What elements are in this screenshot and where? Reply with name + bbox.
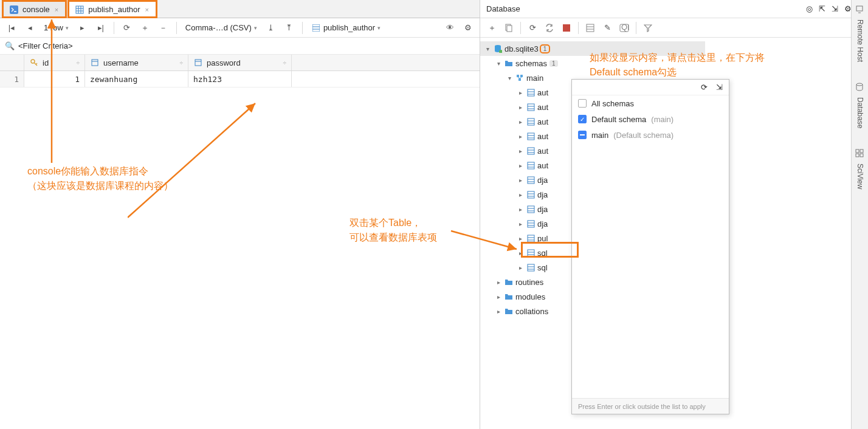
- folder-icon: [503, 293, 514, 300]
- view-icon[interactable]: 👁: [442, 20, 458, 36]
- svg-rect-6: [312, 24, 320, 32]
- target-icon[interactable]: ◎: [806, 4, 813, 13]
- chevron-down-icon[interactable]: ▾: [483, 46, 492, 52]
- collapse-icon[interactable]: ⇱: [819, 4, 825, 13]
- svg-rect-18: [563, 24, 570, 32]
- add-row-icon[interactable]: ＋: [137, 20, 153, 36]
- chevron-right-icon[interactable]: ▸: [515, 235, 525, 242]
- col-header-password[interactable]: password÷: [188, 55, 292, 70]
- col-header-id[interactable]: id÷: [24, 55, 85, 70]
- checkbox-mixed-icon[interactable]: [578, 131, 587, 139]
- svg-rect-0: [10, 5, 18, 14]
- edit-icon[interactable]: ✎: [599, 20, 615, 36]
- svg-rect-14: [195, 60, 201, 66]
- cell-password[interactable]: hzh123: [188, 71, 292, 87]
- sidebar-tab-remote-host[interactable]: Remote Host: [856, 17, 864, 64]
- svg-rect-52: [528, 191, 534, 198]
- svg-rect-58: [528, 221, 534, 227]
- svg-rect-40: [528, 133, 534, 140]
- filter-icon[interactable]: [640, 20, 656, 36]
- checkbox-checked-icon[interactable]: ✓: [578, 115, 587, 123]
- svg-rect-27: [520, 75, 523, 77]
- chevron-right-icon[interactable]: ▸: [494, 293, 503, 300]
- chevron-right-icon[interactable]: ▸: [515, 89, 525, 96]
- ddl-icon[interactable]: QL: [616, 20, 632, 36]
- checkbox-unchecked-icon[interactable]: [578, 99, 587, 108]
- refresh-icon[interactable]: ⟳: [701, 83, 708, 92]
- schema-option-default[interactable]: ✓ Default schema (main): [572, 111, 729, 127]
- table-icon: [525, 191, 536, 199]
- popup-toolbar: ⟳ ⇲: [572, 80, 729, 95]
- chevron-right-icon[interactable]: ▸: [515, 264, 525, 271]
- chevron-right-icon[interactable]: ▸: [515, 162, 525, 169]
- chevron-down-icon[interactable]: ▾: [494, 60, 503, 67]
- svg-line-29: [518, 77, 520, 78]
- chevron-right-icon[interactable]: ▸: [494, 279, 503, 286]
- first-page-icon[interactable]: |◂: [4, 20, 19, 36]
- close-icon[interactable]: ×: [53, 6, 60, 13]
- sync-icon[interactable]: [542, 20, 557, 36]
- svg-rect-28: [518, 78, 521, 81]
- row-count-dropdown[interactable]: 1 row ▾: [40, 23, 72, 32]
- stop-icon[interactable]: [559, 20, 574, 36]
- remove-row-icon[interactable]: －: [156, 20, 171, 36]
- column-icon: [90, 58, 100, 67]
- folder-icon: [503, 307, 514, 315]
- chevron-right-icon[interactable]: ▸: [515, 177, 525, 184]
- last-page-icon[interactable]: ▸|: [93, 20, 109, 36]
- svg-rect-73: [856, 149, 859, 153]
- sidebar-tab-database[interactable]: Database: [856, 95, 864, 131]
- tree-node-schemas[interactable]: ▾ schemas 1: [480, 56, 705, 70]
- format-dropdown[interactable]: Comma-…d (CSV) ▾: [182, 23, 261, 32]
- expand-icon[interactable]: ⇲: [716, 83, 723, 92]
- import-up-icon[interactable]: ⤒: [281, 20, 297, 36]
- schema-count-badge[interactable]: 1: [541, 46, 549, 52]
- gear-icon[interactable]: ⚙: [844, 4, 852, 13]
- chevron-right-icon[interactable]: ▸: [494, 308, 503, 315]
- col-header-username[interactable]: username÷: [85, 55, 188, 70]
- duplicate-icon[interactable]: [501, 20, 517, 36]
- chevron-right-icon[interactable]: ▸: [515, 148, 525, 154]
- chevron-right-icon[interactable]: ▸: [515, 206, 525, 213]
- table-view-icon[interactable]: [582, 20, 598, 36]
- next-page-icon[interactable]: ▸: [75, 20, 91, 36]
- table-icon: [525, 220, 536, 228]
- svg-rect-76: [860, 154, 863, 157]
- chevron-right-icon[interactable]: ▸: [515, 191, 525, 198]
- refresh-icon[interactable]: ⟳: [525, 20, 540, 36]
- close-icon[interactable]: ×: [144, 6, 150, 13]
- export-down-icon[interactable]: ⤓: [263, 20, 279, 36]
- table-dropdown[interactable]: publish_author ▾: [308, 23, 384, 33]
- cell-username[interactable]: zewanhuang: [85, 71, 188, 87]
- chevron-down-icon[interactable]: ▾: [505, 75, 514, 81]
- settings-icon[interactable]: ⚙: [460, 20, 476, 36]
- schema-icon: [514, 74, 525, 82]
- table-icon: [525, 235, 536, 242]
- chevron-right-icon[interactable]: ▸: [515, 118, 525, 125]
- svg-rect-31: [528, 89, 534, 96]
- svg-rect-43: [528, 148, 534, 154]
- table-row[interactable]: 1 1 zewanhuang hzh123: [0, 71, 480, 88]
- row-number: 1: [0, 71, 24, 87]
- add-icon[interactable]: ＋: [484, 20, 500, 36]
- svg-rect-70: [856, 6, 863, 11]
- table-icon: [525, 264, 536, 272]
- chevron-right-icon[interactable]: ▸: [515, 104, 525, 111]
- chevron-right-icon[interactable]: ▸: [515, 250, 525, 256]
- schema-option-all[interactable]: All schemas: [572, 95, 729, 111]
- prev-page-icon[interactable]: ◂: [22, 20, 38, 36]
- sidebar-tab-sciview[interactable]: SciView: [856, 161, 864, 191]
- svg-point-72: [856, 83, 863, 86]
- cell-id[interactable]: 1: [24, 71, 85, 87]
- chevron-right-icon[interactable]: ▸: [515, 133, 525, 140]
- tab-console[interactable]: console ×: [2, 1, 66, 18]
- expand-icon[interactable]: ⇲: [832, 4, 838, 13]
- schema-option-main[interactable]: main (Default schema): [572, 127, 729, 143]
- svg-text:QL: QL: [621, 24, 629, 32]
- filter-input[interactable]: 🔍 <Filter Criteria>: [0, 38, 480, 55]
- tab-publish-author[interactable]: publish_author ×: [68, 1, 157, 18]
- svg-rect-49: [528, 177, 534, 184]
- tree-node-db[interactable]: ▾ db.sqlite3 1: [480, 41, 705, 56]
- chevron-right-icon[interactable]: ▸: [515, 221, 525, 227]
- reload-icon[interactable]: ⟳: [119, 20, 135, 36]
